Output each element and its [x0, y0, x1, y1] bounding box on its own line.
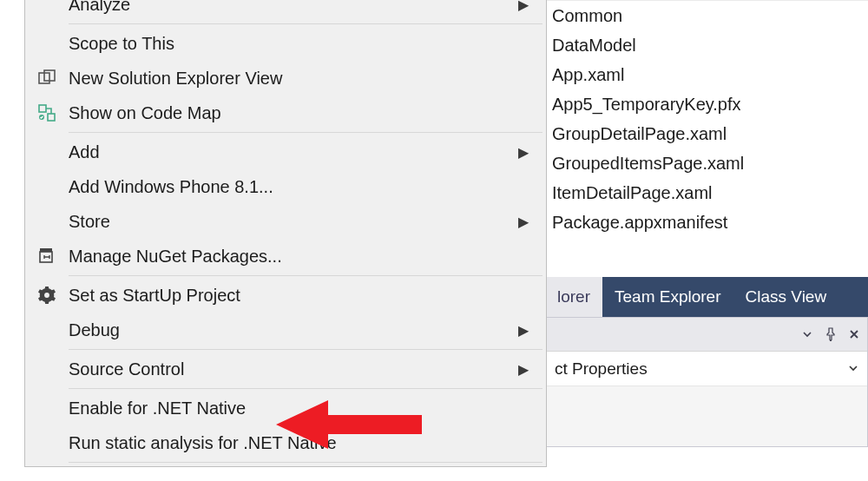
- list-item[interactable]: Common: [545, 1, 858, 30]
- background-panel: Common DataModel App.xaml App5_Temporary…: [545, 0, 868, 481]
- menu-separator: [69, 349, 542, 350]
- close-icon[interactable]: [848, 328, 860, 340]
- submenu-arrow-icon: ▶: [518, 322, 529, 339]
- tab-solution-explorer[interactable]: lorer: [545, 277, 602, 317]
- list-item[interactable]: ItemDetailPage.xaml: [545, 178, 858, 208]
- menu-item-add-windows-phone[interactable]: Add Windows Phone 8.1...: [25, 169, 546, 204]
- file-label: GroupedItemsPage.xaml: [552, 148, 744, 178]
- menu-separator: [69, 132, 542, 133]
- menu-label: New Solution Explorer View: [69, 69, 534, 89]
- file-label: Package.appxmanifest: [552, 208, 727, 237]
- properties-pane: ct Properties: [545, 317, 868, 447]
- menu-label: Manage NuGet Packages...: [69, 247, 534, 267]
- properties-subject-label: ct Properties: [555, 359, 648, 379]
- file-label: Common: [552, 1, 622, 30]
- menu-label: Debug: [69, 320, 518, 340]
- menu-separator: [69, 388, 542, 389]
- submenu-arrow-icon: ▶: [518, 361, 529, 378]
- tab-team-explorer[interactable]: Team Explorer: [602, 277, 733, 317]
- list-item[interactable]: GroupDetailPage.xaml: [545, 119, 858, 148]
- properties-body: [546, 385, 867, 446]
- chevron-down-icon: [843, 362, 864, 376]
- svg-point-7: [44, 293, 49, 298]
- file-label: App.xaml: [552, 60, 624, 89]
- list-item[interactable]: Package.appxmanifest: [545, 208, 858, 237]
- pin-icon[interactable]: [824, 327, 838, 341]
- menu-separator: [69, 275, 542, 276]
- properties-pane-header: [546, 318, 867, 351]
- list-item[interactable]: App5_TemporaryKey.pfx: [545, 89, 858, 119]
- menu-item-scope-to-this[interactable]: Scope to This: [25, 26, 546, 61]
- properties-subject-dropdown[interactable]: ct Properties: [546, 351, 867, 385]
- menu-separator: [69, 23, 542, 24]
- nuget-icon: [36, 245, 58, 267]
- menu-label: Add: [69, 142, 518, 162]
- annotation-arrow: [274, 396, 422, 458]
- submenu-arrow-icon: ▶: [518, 144, 529, 161]
- menu-label: Show on Code Map: [69, 103, 534, 123]
- svg-rect-3: [48, 114, 55, 121]
- file-label: DataModel: [552, 30, 636, 60]
- menu-item-debug[interactable]: Debug ▶: [25, 313, 546, 347]
- menu-label: Source Control: [69, 359, 518, 379]
- menu-label: Store: [69, 212, 518, 232]
- file-label: ItemDetailPage.xaml: [552, 178, 713, 208]
- menu-label: Set as StartUp Project: [69, 286, 534, 306]
- menu-item-manage-nuget[interactable]: Manage NuGet Packages...: [25, 239, 546, 273]
- menu-item-set-startup-project[interactable]: Set as StartUp Project: [25, 278, 546, 313]
- gear-icon: [36, 284, 58, 306]
- svg-rect-6: [40, 248, 52, 252]
- codemap-icon: [36, 102, 58, 124]
- submenu-arrow-icon: ▶: [518, 0, 529, 13]
- tab-label: lorer: [557, 287, 590, 306]
- svg-rect-2: [39, 105, 46, 112]
- menu-label: Add Windows Phone 8.1...: [69, 177, 534, 197]
- solution-explorer-file-list: Common DataModel App.xaml App5_Temporary…: [545, 1, 858, 237]
- menu-item-show-on-code-map[interactable]: Show on Code Map: [25, 96, 546, 130]
- menu-item-analyze[interactable]: Analyze ▶: [25, 0, 546, 22]
- new-window-icon: [36, 67, 58, 89]
- menu-label: Scope to This: [69, 34, 534, 54]
- menu-item-add[interactable]: Add ▶: [25, 135, 546, 169]
- svg-marker-9: [276, 400, 328, 449]
- list-item[interactable]: GroupedItemsPage.xaml: [545, 148, 858, 178]
- menu-item-new-solution-explorer-view[interactable]: New Solution Explorer View: [25, 61, 546, 96]
- list-item[interactable]: DataModel: [545, 30, 858, 60]
- menu-item-source-control[interactable]: Source Control ▶: [25, 352, 546, 386]
- list-item[interactable]: App.xaml: [545, 60, 858, 89]
- tab-class-view[interactable]: Class View: [733, 277, 839, 317]
- submenu-arrow-icon: ▶: [518, 214, 529, 230]
- file-label: GroupDetailPage.xaml: [552, 119, 727, 148]
- menu-separator: [69, 462, 542, 463]
- menu-item-store[interactable]: Store ▶: [25, 204, 546, 239]
- tab-label: Team Explorer: [615, 287, 721, 306]
- dropdown-arrow-icon[interactable]: [801, 328, 813, 340]
- file-label: App5_TemporaryKey.pfx: [552, 89, 741, 119]
- menu-label: Analyze: [69, 0, 518, 15]
- tool-window-tabs: lorer Team Explorer Class View: [545, 277, 868, 317]
- tab-label: Class View: [746, 287, 827, 306]
- svg-rect-8: [328, 415, 422, 434]
